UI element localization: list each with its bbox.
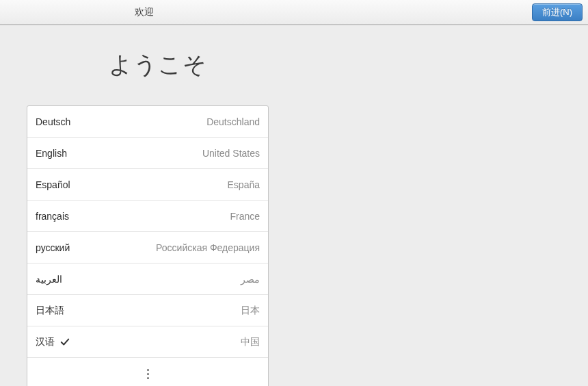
language-row[interactable]: EnglishUnited States bbox=[27, 138, 268, 169]
language-name: العربية bbox=[36, 274, 62, 285]
language-country: Российская Федерация bbox=[156, 242, 260, 253]
language-country: Deutschland bbox=[206, 116, 260, 127]
language-row[interactable]: françaisFrance bbox=[27, 201, 268, 232]
language-row[interactable]: 日本語日本 bbox=[27, 295, 268, 326]
language-name: Español bbox=[36, 179, 70, 190]
language-country: 日本 bbox=[241, 305, 260, 317]
language-row[interactable]: EspañolEspaña bbox=[27, 169, 268, 201]
content-area: ようこそ DeutschDeutschlandEnglishUnited Sta… bbox=[0, 49, 588, 386]
language-row[interactable]: العربيةمصر bbox=[27, 263, 268, 295]
language-country: France bbox=[230, 211, 260, 222]
language-country: 中国 bbox=[241, 336, 260, 348]
language-name: English bbox=[36, 148, 67, 159]
welcome-heading: ようこそ bbox=[109, 49, 588, 81]
more-languages-button[interactable] bbox=[27, 358, 268, 386]
language-name: русский bbox=[36, 242, 70, 253]
language-country: España bbox=[228, 179, 260, 190]
language-row[interactable]: DeutschDeutschland bbox=[27, 106, 268, 138]
forward-button[interactable]: 前进(N) bbox=[532, 3, 583, 21]
language-name: français bbox=[36, 211, 69, 222]
language-country: United States bbox=[202, 148, 260, 159]
headerbar: 欢迎 前进(N) bbox=[0, 0, 588, 25]
language-row[interactable]: 汉语中国 bbox=[27, 326, 268, 358]
language-name: 汉语 bbox=[36, 336, 55, 348]
language-row[interactable]: русскийРоссийская Федерация bbox=[27, 232, 268, 263]
page-title: 欢迎 bbox=[135, 6, 154, 18]
language-list: DeutschDeutschlandEnglishUnited StatesEs… bbox=[27, 105, 269, 386]
language-country: مصر bbox=[241, 274, 260, 285]
check-icon bbox=[60, 337, 70, 347]
language-name: Deutsch bbox=[36, 116, 70, 127]
language-name: 日本語 bbox=[36, 305, 64, 317]
more-icon bbox=[147, 369, 149, 379]
